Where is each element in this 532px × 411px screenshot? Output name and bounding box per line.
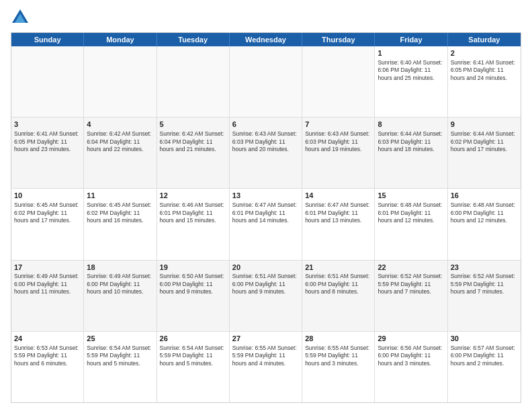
calendar-cell: 21Sunrise: 6:51 AM Sunset: 6:00 PM Dayli… bbox=[302, 261, 375, 331]
calendar-cell: 12Sunrise: 6:46 AM Sunset: 6:01 PM Dayli… bbox=[157, 189, 230, 259]
day-number: 11 bbox=[87, 191, 153, 201]
cell-info: Sunrise: 6:42 AM Sunset: 6:04 PM Dayligh… bbox=[160, 130, 226, 153]
day-number: 23 bbox=[451, 263, 518, 273]
calendar-cell bbox=[230, 46, 302, 117]
calendar-cell: 16Sunrise: 6:48 AM Sunset: 6:00 PM Dayli… bbox=[448, 189, 521, 259]
day-number: 9 bbox=[451, 120, 518, 130]
calendar-cell: 25Sunrise: 6:54 AM Sunset: 5:59 PM Dayli… bbox=[84, 332, 157, 402]
cell-info: Sunrise: 6:44 AM Sunset: 6:02 PM Dayligh… bbox=[451, 130, 518, 153]
calendar-row-3: 17Sunrise: 6:49 AM Sunset: 6:00 PM Dayli… bbox=[11, 261, 521, 332]
calendar-cell bbox=[302, 46, 375, 117]
day-number: 15 bbox=[378, 191, 444, 201]
cell-info: Sunrise: 6:50 AM Sunset: 6:00 PM Dayligh… bbox=[160, 273, 226, 295]
day-number: 30 bbox=[451, 334, 518, 344]
calendar-cell: 27Sunrise: 6:55 AM Sunset: 5:59 PM Dayli… bbox=[230, 332, 302, 402]
cell-info: Sunrise: 6:45 AM Sunset: 6:02 PM Dayligh… bbox=[87, 201, 153, 224]
calendar-cell: 22Sunrise: 6:52 AM Sunset: 5:59 PM Dayli… bbox=[375, 261, 447, 331]
day-number: 28 bbox=[305, 334, 371, 344]
header bbox=[11, 8, 521, 27]
logo bbox=[11, 8, 32, 27]
day-number: 18 bbox=[87, 263, 153, 273]
cell-info: Sunrise: 6:53 AM Sunset: 5:59 PM Dayligh… bbox=[14, 345, 81, 367]
cell-info: Sunrise: 6:51 AM Sunset: 6:00 PM Dayligh… bbox=[232, 273, 299, 295]
cell-info: Sunrise: 6:41 AM Sunset: 6:05 PM Dayligh… bbox=[14, 130, 81, 153]
cell-info: Sunrise: 6:46 AM Sunset: 6:01 PM Dayligh… bbox=[160, 201, 226, 224]
calendar-cell: 14Sunrise: 6:47 AM Sunset: 6:01 PM Dayli… bbox=[302, 189, 375, 259]
calendar-cell: 3Sunrise: 6:41 AM Sunset: 6:05 PM Daylig… bbox=[11, 118, 84, 188]
cell-info: Sunrise: 6:54 AM Sunset: 5:59 PM Dayligh… bbox=[160, 345, 226, 367]
day-number: 5 bbox=[160, 120, 226, 130]
day-number: 4 bbox=[87, 120, 153, 130]
day-number: 2 bbox=[451, 48, 518, 58]
cell-info: Sunrise: 6:49 AM Sunset: 6:00 PM Dayligh… bbox=[14, 273, 81, 295]
day-number: 25 bbox=[87, 334, 153, 344]
cell-info: Sunrise: 6:57 AM Sunset: 6:00 PM Dayligh… bbox=[451, 345, 518, 367]
day-number: 27 bbox=[232, 334, 299, 344]
cell-info: Sunrise: 6:43 AM Sunset: 6:03 PM Dayligh… bbox=[232, 130, 299, 153]
header-monday: Monday bbox=[84, 33, 157, 46]
calendar-cell bbox=[157, 46, 230, 117]
calendar-cell: 29Sunrise: 6:56 AM Sunset: 6:00 PM Dayli… bbox=[375, 332, 447, 402]
calendar-cell: 13Sunrise: 6:47 AM Sunset: 6:01 PM Dayli… bbox=[230, 189, 302, 259]
calendar-cell: 20Sunrise: 6:51 AM Sunset: 6:00 PM Dayli… bbox=[230, 261, 302, 331]
cell-info: Sunrise: 6:44 AM Sunset: 6:03 PM Dayligh… bbox=[378, 130, 444, 153]
calendar-cell: 18Sunrise: 6:49 AM Sunset: 6:00 PM Dayli… bbox=[84, 261, 157, 331]
calendar-cell: 8Sunrise: 6:44 AM Sunset: 6:03 PM Daylig… bbox=[375, 118, 447, 188]
day-number: 20 bbox=[232, 263, 299, 273]
calendar-cell bbox=[84, 46, 157, 117]
day-number: 19 bbox=[160, 263, 226, 273]
calendar-cell: 17Sunrise: 6:49 AM Sunset: 6:00 PM Dayli… bbox=[11, 261, 84, 331]
cell-info: Sunrise: 6:47 AM Sunset: 6:01 PM Dayligh… bbox=[232, 201, 299, 224]
header-tuesday: Tuesday bbox=[157, 33, 230, 46]
calendar-cell: 23Sunrise: 6:52 AM Sunset: 5:59 PM Dayli… bbox=[448, 261, 521, 331]
day-number: 22 bbox=[378, 263, 444, 273]
cell-info: Sunrise: 6:40 AM Sunset: 6:06 PM Dayligh… bbox=[378, 59, 444, 82]
day-number: 3 bbox=[14, 120, 81, 130]
calendar-cell: 26Sunrise: 6:54 AM Sunset: 5:59 PM Dayli… bbox=[157, 332, 230, 402]
cell-info: Sunrise: 6:55 AM Sunset: 5:59 PM Dayligh… bbox=[232, 345, 299, 367]
cell-info: Sunrise: 6:43 AM Sunset: 6:03 PM Dayligh… bbox=[305, 130, 371, 153]
calendar-row-2: 10Sunrise: 6:45 AM Sunset: 6:02 PM Dayli… bbox=[11, 189, 521, 260]
day-number: 10 bbox=[14, 191, 81, 201]
calendar-row-0: 1Sunrise: 6:40 AM Sunset: 6:06 PM Daylig… bbox=[11, 46, 521, 118]
day-number: 21 bbox=[305, 263, 371, 273]
calendar-cell: 30Sunrise: 6:57 AM Sunset: 6:00 PM Dayli… bbox=[448, 332, 521, 402]
calendar-cell: 6Sunrise: 6:43 AM Sunset: 6:03 PM Daylig… bbox=[230, 118, 302, 188]
header-wednesday: Wednesday bbox=[230, 33, 302, 46]
calendar-cell: 11Sunrise: 6:45 AM Sunset: 6:02 PM Dayli… bbox=[84, 189, 157, 259]
calendar: Sunday Monday Tuesday Wednesday Thursday… bbox=[11, 32, 521, 403]
cell-info: Sunrise: 6:54 AM Sunset: 5:59 PM Dayligh… bbox=[87, 345, 153, 367]
header-thursday: Thursday bbox=[302, 33, 375, 46]
day-number: 24 bbox=[14, 334, 81, 344]
cell-info: Sunrise: 6:48 AM Sunset: 6:01 PM Dayligh… bbox=[378, 201, 444, 224]
calendar-cell: 2Sunrise: 6:41 AM Sunset: 6:05 PM Daylig… bbox=[448, 46, 521, 117]
calendar-cell: 24Sunrise: 6:53 AM Sunset: 5:59 PM Dayli… bbox=[11, 332, 84, 402]
calendar-header: Sunday Monday Tuesday Wednesday Thursday… bbox=[11, 33, 521, 46]
calendar-row-1: 3Sunrise: 6:41 AM Sunset: 6:05 PM Daylig… bbox=[11, 118, 521, 189]
calendar-cell: 4Sunrise: 6:42 AM Sunset: 6:04 PM Daylig… bbox=[84, 118, 157, 188]
cell-info: Sunrise: 6:49 AM Sunset: 6:00 PM Dayligh… bbox=[87, 273, 153, 295]
calendar-cell: 15Sunrise: 6:48 AM Sunset: 6:01 PM Dayli… bbox=[375, 189, 447, 259]
day-number: 14 bbox=[305, 191, 371, 201]
cell-info: Sunrise: 6:47 AM Sunset: 6:01 PM Dayligh… bbox=[305, 201, 371, 224]
day-number: 6 bbox=[232, 120, 299, 130]
day-number: 26 bbox=[160, 334, 226, 344]
cell-info: Sunrise: 6:48 AM Sunset: 6:00 PM Dayligh… bbox=[451, 201, 518, 224]
calendar-cell: 7Sunrise: 6:43 AM Sunset: 6:03 PM Daylig… bbox=[302, 118, 375, 188]
calendar-body: 1Sunrise: 6:40 AM Sunset: 6:06 PM Daylig… bbox=[11, 46, 521, 402]
day-number: 12 bbox=[160, 191, 226, 201]
calendar-cell bbox=[11, 46, 84, 117]
day-number: 8 bbox=[378, 120, 444, 130]
calendar-cell: 19Sunrise: 6:50 AM Sunset: 6:00 PM Dayli… bbox=[157, 261, 230, 331]
cell-info: Sunrise: 6:41 AM Sunset: 6:05 PM Dayligh… bbox=[451, 59, 518, 82]
day-number: 1 bbox=[378, 48, 444, 58]
page: Sunday Monday Tuesday Wednesday Thursday… bbox=[0, 0, 532, 411]
calendar-cell: 28Sunrise: 6:55 AM Sunset: 5:59 PM Dayli… bbox=[302, 332, 375, 402]
cell-info: Sunrise: 6:52 AM Sunset: 5:59 PM Dayligh… bbox=[378, 273, 444, 295]
cell-info: Sunrise: 6:51 AM Sunset: 6:00 PM Dayligh… bbox=[305, 273, 371, 295]
cell-info: Sunrise: 6:45 AM Sunset: 6:02 PM Dayligh… bbox=[14, 201, 81, 224]
cell-info: Sunrise: 6:42 AM Sunset: 6:04 PM Dayligh… bbox=[87, 130, 153, 153]
day-number: 29 bbox=[378, 334, 444, 344]
cell-info: Sunrise: 6:55 AM Sunset: 5:59 PM Dayligh… bbox=[305, 345, 371, 367]
calendar-cell: 9Sunrise: 6:44 AM Sunset: 6:02 PM Daylig… bbox=[448, 118, 521, 188]
